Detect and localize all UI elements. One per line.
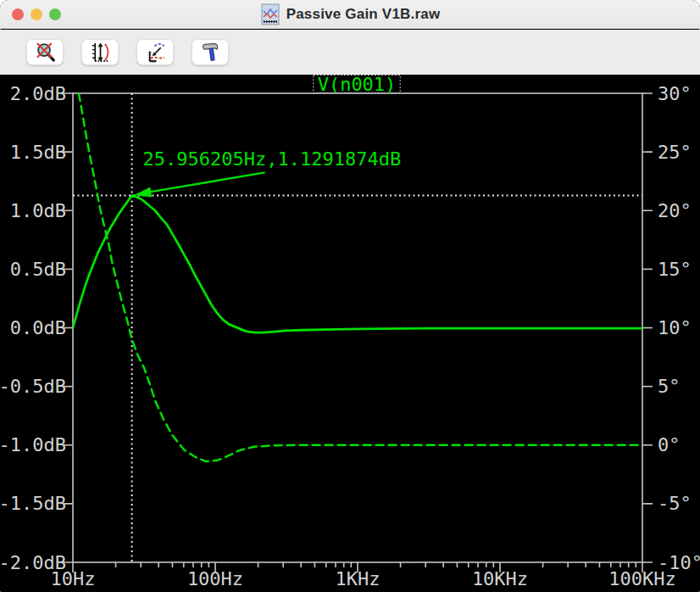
right-axis-tick-label: 10° [658, 317, 692, 338]
left-axis-tick-label: -0.5dB [0, 376, 66, 397]
left-axis-tick-label: 1.5dB [10, 142, 66, 163]
x-axis-tick-label: 10KHz [472, 568, 528, 589]
title-bar[interactable]: Passive Gain V1B.raw [0, 0, 700, 29]
toolbar [0, 30, 700, 75]
control-panel-button[interactable] [192, 39, 229, 65]
plot-area[interactable]: 2.0dB30°1.5dB25°1.0dB20°0.5dB15°0.0dB10°… [0, 75, 700, 592]
left-axis-tick-label: -1.0dB [0, 434, 66, 455]
right-axis-tick-label: 5° [658, 376, 681, 397]
traffic-lights [12, 0, 61, 29]
right-axis-tick-label: -5° [658, 493, 692, 514]
minimize-button[interactable] [31, 8, 42, 20]
right-axis-tick-label: 0° [658, 434, 681, 455]
pan-plot-button[interactable] [136, 39, 174, 65]
right-axis-tick-label: 15° [658, 259, 692, 280]
x-axis-tick-label: 10Hz [51, 568, 96, 589]
close-button[interactable] [12, 8, 24, 20]
right-axis-tick-label: 30° [658, 83, 692, 104]
window-title: Passive Gain V1B.raw [286, 6, 441, 23]
x-axis-tick-label: 1KHz [336, 568, 381, 589]
autorange-y-button[interactable] [81, 39, 119, 65]
title-group: Passive Gain V1B.raw [0, 3, 700, 25]
x-axis-tick-label: 100KHz [608, 568, 675, 589]
x-axis-tick-label: 100Hz [187, 568, 243, 589]
left-axis-tick-label: 0.0dB [10, 317, 66, 338]
autorange-y-axis-icon [89, 41, 112, 64]
left-axis-tick-label: 1.0dB [10, 200, 66, 221]
cursor-arrow [137, 172, 265, 194]
hammer-icon [199, 41, 222, 64]
left-axis-tick-label: 2.0dB [10, 83, 66, 104]
ltspice-window: Passive Gain V1B.raw [0, 0, 700, 592]
phase-trace[interactable] [73, 75, 642, 461]
left-axis-tick-label: 0.5dB [10, 259, 66, 280]
zoom-window-button[interactable] [49, 8, 61, 20]
zoom-back-button[interactable] [26, 39, 64, 65]
trace-label[interactable]: V(n001) [318, 75, 397, 95]
right-axis-tick-label: 25° [658, 142, 692, 163]
waveform-document-icon [260, 3, 281, 25]
pan-plot-icon [144, 41, 167, 64]
cursor-readout: 25.956205Hz,1.1291874dB [143, 148, 402, 170]
gain-trace[interactable] [73, 195, 642, 332]
right-axis-tick-label: 20° [658, 200, 692, 221]
cursor-arrowhead [135, 187, 153, 198]
left-axis-tick-label: -1.5dB [0, 493, 66, 514]
magnifier-cancel-icon [34, 41, 57, 64]
